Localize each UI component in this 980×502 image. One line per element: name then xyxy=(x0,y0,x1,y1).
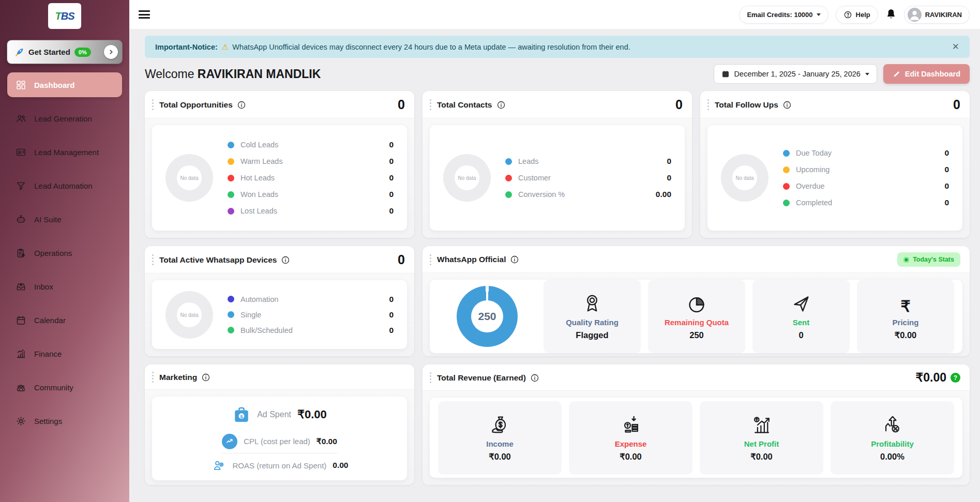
dashboard-icon xyxy=(16,80,26,90)
legend-dot xyxy=(783,183,790,190)
date-range-value: December 1, 2025 - January 25, 2026 xyxy=(734,70,861,78)
notifications-bell-icon[interactable] xyxy=(885,8,897,21)
drag-handle-icon[interactable] xyxy=(429,371,432,384)
user-menu[interactable]: RAVIKIRAN xyxy=(904,6,970,24)
sidebar-item-calendar[interactable]: Calendar xyxy=(7,308,122,332)
ad-spent-row: $ Ad Spent ₹0.00 xyxy=(232,400,327,430)
info-icon[interactable] xyxy=(281,256,290,264)
coins-down-icon xyxy=(620,414,642,436)
sidebar-nav: Dashboard Lead Generation Lead Managemen… xyxy=(0,72,129,442)
sidebar-item-lead-generation[interactable]: Lead Generation xyxy=(7,106,122,131)
gear-icon xyxy=(16,416,26,427)
sidebar-item-label: Dashboard xyxy=(34,81,74,89)
drag-handle-icon[interactable] xyxy=(151,98,155,111)
stat-label: Remaining Quota xyxy=(665,318,729,327)
legend-dot xyxy=(505,175,512,181)
sidebar-item-label: AI Suite xyxy=(34,215,62,224)
id-card-icon xyxy=(16,147,26,158)
sidebar-item-lead-management[interactable]: Lead Management xyxy=(7,140,122,164)
help-button[interactable]: Help xyxy=(836,6,878,24)
close-icon[interactable]: ✕ xyxy=(950,39,961,54)
info-icon[interactable] xyxy=(237,101,246,109)
sidebar-item-finance[interactable]: Finance xyxy=(7,341,122,366)
drag-handle-icon[interactable] xyxy=(429,253,432,266)
drag-handle-icon[interactable] xyxy=(429,98,432,111)
email-credits-button[interactable]: Email Credits: 10000 xyxy=(739,6,828,24)
card-total-value: 0 xyxy=(675,97,683,112)
welcome-username: RAVIKIRAN MANDLIK xyxy=(198,67,321,81)
sidebar-item-settings[interactable]: Settings xyxy=(7,408,122,433)
edit-dashboard-button[interactable]: Edit Dashboard xyxy=(883,64,970,84)
sidebar-item-community[interactable]: Community xyxy=(7,375,122,400)
sidebar-item-operations[interactable]: Operations xyxy=(7,240,122,265)
calendar-icon xyxy=(16,315,26,326)
date-range-picker[interactable]: December 1, 2025 - January 25, 2026 xyxy=(714,64,877,84)
legend-dot xyxy=(505,158,512,165)
stat-value: 0 xyxy=(798,330,803,340)
stat-value: ₹0.00 xyxy=(895,330,917,340)
card-title: Total Opportunities xyxy=(159,100,233,110)
hamburger-menu-icon[interactable] xyxy=(139,10,150,19)
avatar xyxy=(908,8,922,22)
roas-label: ROAS (return on Ad Spent) xyxy=(233,461,327,470)
cpl-value: ₹0.00 xyxy=(316,437,337,446)
stat-value: ₹0.00 xyxy=(489,452,511,462)
sidebar-item-label: Settings xyxy=(34,417,62,425)
sidebar-item-ai-suite[interactable]: AI Suite xyxy=(7,207,122,232)
legend-dot xyxy=(783,166,790,173)
important-notice-banner: Important-Notice: ⚠ WhatsApp Unofficial … xyxy=(145,36,970,58)
roas-value: 0.00 xyxy=(333,461,348,470)
trend-up-icon xyxy=(222,434,237,449)
stat-tile-sent: Sent 0 xyxy=(752,280,850,353)
info-icon[interactable] xyxy=(510,255,519,264)
stat-tile-expense: Expense ₹0.00 xyxy=(569,401,692,475)
sidebar-item-dashboard[interactable]: Dashboard xyxy=(7,72,122,97)
get-started-progress-badge: 0% xyxy=(74,48,91,57)
brand-logo-text: TBS xyxy=(55,10,74,22)
brand-logo[interactable]: TBS xyxy=(48,3,81,29)
sidebar-item-inbox[interactable]: Inbox xyxy=(7,274,122,299)
info-icon[interactable] xyxy=(497,101,505,109)
drag-handle-icon[interactable] xyxy=(706,98,710,111)
followups-legend: Due Today0 Upcoming0 Overdue0 Completed0 xyxy=(783,145,949,211)
no-data-label: No data xyxy=(180,312,198,317)
svg-text:$: $ xyxy=(240,413,243,419)
card-title: WhatsApp Official xyxy=(437,255,506,264)
sidebar-item-label: Community xyxy=(34,383,73,392)
info-icon[interactable] xyxy=(202,373,210,382)
card-total-active-whatsapp-devices: Total Active Whatsapp Devices 0 No data … xyxy=(145,246,414,356)
email-credits-label: Email Credits: 10000 xyxy=(747,11,812,19)
card-total-revenue: Total Revenue (Earned) ₹0.00 ? Income ₹0… xyxy=(423,364,970,485)
info-icon[interactable] xyxy=(783,101,791,109)
no-data-label: No data xyxy=(735,175,753,181)
revenue-total-value: ₹0.00 xyxy=(916,371,946,385)
get-started-button[interactable]: Get Started 0% xyxy=(7,40,122,64)
roas-row: ROAS (return on Ad Spent) 0.00 xyxy=(211,453,349,477)
legend-item: Bulk/Scheduled0 xyxy=(228,323,394,338)
ad-spent-value: ₹0.00 xyxy=(297,408,327,421)
bar-chart-icon xyxy=(16,348,26,359)
help-circle-icon[interactable]: ? xyxy=(951,373,960,383)
users-icon xyxy=(16,113,26,124)
award-icon xyxy=(582,293,602,314)
legend-item: Cold Leads0 xyxy=(228,136,394,153)
drag-handle-icon[interactable] xyxy=(151,371,155,384)
caret-down-icon xyxy=(865,73,869,75)
stat-tile-net-profit: Net Profit ₹0.00 xyxy=(700,401,823,475)
calendar-icon xyxy=(721,70,730,78)
chevron-right-icon[interactable] xyxy=(104,45,118,59)
legend-item: Automation0 xyxy=(228,292,394,307)
stat-label: Sent xyxy=(793,318,810,327)
rupee-icon: ₹ xyxy=(900,293,910,314)
drag-handle-icon[interactable] xyxy=(151,253,155,266)
legend-dot xyxy=(228,158,234,165)
info-icon[interactable] xyxy=(531,374,539,382)
legend-dot xyxy=(228,175,234,181)
page-header: Welcome RAVIKIRAN MANDLIK December 1, 20… xyxy=(145,64,970,84)
sidebar-item-lead-automation[interactable]: Lead Automation xyxy=(7,173,122,198)
cpl-row: CPL (cost per lead) ₹0.00 xyxy=(222,430,337,453)
stat-label: Profitability xyxy=(871,439,914,448)
card-total-value: 0 xyxy=(398,97,405,112)
cpl-label: CPL (cost per lead) xyxy=(244,437,310,446)
funnel-icon xyxy=(16,180,26,191)
